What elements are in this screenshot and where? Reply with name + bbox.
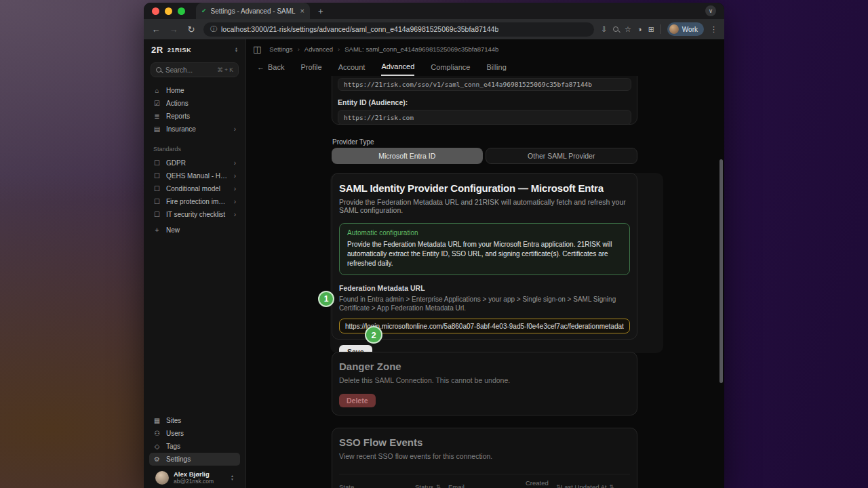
sidebar-item-label: Insurance	[166, 125, 229, 133]
back-icon[interactable]: ←	[151, 24, 161, 35]
entity-id-field[interactable]: https://21risk.com	[338, 110, 631, 125]
back-arrow-icon: ←	[257, 63, 264, 71]
sidebar-item-settings[interactable]: ⚙ Settings	[149, 453, 240, 466]
sidebar-item-home[interactable]: ⌂ Home	[149, 84, 240, 97]
provider-type-segmented: Microsoft Entra ID Other SAML Provider	[332, 148, 637, 164]
sidebar-item-insurance[interactable]: ▤ Insurance ›	[149, 123, 240, 136]
sidebar-item-label: Home	[166, 87, 236, 94]
site-info-icon[interactable]: ⓘ	[210, 24, 217, 34]
insurance-icon: ▤	[153, 125, 161, 133]
org-logo: 2R	[151, 45, 163, 55]
sidebar-item-label: New	[166, 226, 236, 234]
chevron-right-icon: ›	[234, 198, 236, 205]
sidebar-item-fire-protection[interactable]: ☐ Fire protection impairment per... ›	[149, 195, 240, 208]
sidebar-toggle-icon[interactable]: ◫	[253, 44, 261, 54]
sso-flow-events-card: SSO Flow Events View recent SSO flow eve…	[332, 428, 637, 488]
breadcrumb-bar: ◫ Settings › Advanced › SAML: saml_conn_…	[246, 39, 724, 58]
reload-icon[interactable]: ↻	[186, 24, 197, 35]
breadcrumb-item[interactable]: Advanced	[304, 45, 333, 53]
org-switcher[interactable]: 2R 21RISK ▲▼	[144, 39, 245, 60]
acs-url-field[interactable]: https://21risk.com/sso/v1/saml_conn_e414…	[338, 78, 631, 91]
provider-option-other[interactable]: Other SAML Provider	[486, 148, 638, 164]
document-icon: ☐	[153, 159, 161, 167]
chevron-right-icon: ›	[234, 172, 236, 180]
close-window-button[interactable]	[152, 7, 159, 15]
sso-events-subtitle: View recent SSO flow events for this con…	[339, 452, 630, 460]
document-icon: ☐	[153, 172, 161, 180]
sidebar-item-qehs-manual[interactable]: ☐ QEHS Manual - Health & Safety ›	[149, 169, 240, 182]
minimize-window-button[interactable]	[165, 7, 172, 15]
users-icon: ⚇	[153, 430, 161, 437]
user-menu-chevrons-icon: ▲▼	[231, 474, 234, 481]
sidebar-item-label: Settings	[166, 455, 236, 463]
user-avatar	[155, 471, 169, 485]
back-tab[interactable]: ← Back	[257, 58, 284, 76]
privacy-icon[interactable]: ◑	[637, 25, 642, 33]
sidebar-item-reports[interactable]: ≣ Reports	[149, 110, 240, 123]
fullscreen-window-button[interactable]	[178, 7, 185, 15]
new-tab-button[interactable]: +	[318, 6, 323, 16]
browser-tabstrip: ✔ Settings - Advanced - SAML × + ∨	[144, 3, 724, 19]
gear-icon: ⚙	[153, 455, 161, 463]
tab-billing[interactable]: Billing	[486, 58, 506, 76]
column-state: State	[339, 483, 415, 488]
page-scrollbar[interactable]	[719, 159, 723, 383]
federation-metadata-url-input[interactable]	[339, 319, 630, 333]
forward-icon[interactable]: →	[168, 24, 179, 35]
tab-account[interactable]: Account	[338, 58, 366, 76]
sort-icon: ⇅	[610, 484, 614, 488]
column-last-updated-at[interactable]: Last Updated At ⇅	[561, 483, 630, 488]
sidebar-bottom-nav: ▦ Sites ⚇ Users ◇ Tags ⚙ Settings	[144, 413, 245, 488]
sidebar-item-actions[interactable]: ☑ Actions	[149, 97, 240, 110]
tab-advanced[interactable]: Advanced	[381, 58, 414, 76]
annotation-badge-2: 2	[365, 326, 382, 344]
sidebar-search-input[interactable]: Search... ⌘ + K	[151, 62, 239, 77]
sidebar-item-tags[interactable]: ◇ Tags	[149, 440, 240, 453]
sidebar-item-sites[interactable]: ▦ Sites	[149, 414, 240, 427]
sidebar-item-new-standard[interactable]: + New	[149, 224, 240, 237]
provider-option-entra[interactable]: Microsoft Entra ID	[332, 148, 483, 164]
lens-search-icon[interactable]	[613, 26, 618, 32]
toolbar-right: ⇩ ☆ ◑ ⊞ Work ⋮	[601, 22, 717, 36]
window-controls	[144, 7, 192, 15]
tags-icon: ◇	[153, 443, 161, 450]
sidebar-item-label: Sites	[166, 417, 236, 424]
tab-close-icon[interactable]: ×	[300, 7, 304, 15]
tab-search-button[interactable]: ∨	[705, 5, 716, 16]
org-switcher-chevrons-icon: ▲▼	[235, 47, 238, 53]
sidebar-item-label: Conditional model	[166, 185, 229, 192]
sidebar-item-gdpr[interactable]: ☐ GDPR ›	[149, 157, 240, 169]
entity-id-label: Entity ID (Audience):	[338, 98, 631, 106]
idp-card-subtitle: Provide the Federation Metadata URL and …	[339, 198, 630, 214]
sidebar-item-conditional-model[interactable]: ☐ Conditional model ›	[149, 182, 240, 195]
user-name: Alex Bjørlig	[174, 470, 226, 478]
favicon-icon: ✔	[201, 8, 207, 14]
send-to-device-icon[interactable]: ⇩	[601, 25, 607, 34]
org-name: 21RISK	[167, 46, 231, 54]
sidebar-item-users[interactable]: ⚇ Users	[149, 427, 240, 440]
bookmark-star-icon[interactable]: ☆	[625, 25, 631, 34]
extensions-icon[interactable]: ⊞	[648, 25, 654, 34]
browser-profile-chip[interactable]: Work	[667, 22, 704, 36]
user-menu[interactable]: Alex Bjørlig ab@21risk.com ▲▼	[152, 468, 237, 487]
address-bar[interactable]: ⓘ localhost:3000/21-risk/settings/advanc…	[203, 22, 594, 37]
delete-button[interactable]: Delete	[339, 394, 376, 407]
column-created-at[interactable]: Created At ⇅	[526, 479, 561, 488]
sort-icon: ⇅	[436, 484, 441, 488]
breadcrumb-item[interactable]: Settings	[269, 45, 292, 53]
sso-events-table-header: State Status ⇅ Email Created At ⇅	[339, 474, 630, 488]
tab-compliance[interactable]: Compliance	[431, 58, 470, 76]
sidebar-item-label: QEHS Manual - Health & Safety	[166, 172, 229, 180]
sidebar-item-it-security[interactable]: ☐ IT security checklist ›	[149, 208, 240, 221]
breadcrumb-separator: ›	[298, 45, 300, 53]
document-icon: ☐	[153, 185, 161, 192]
browser-tab[interactable]: ✔ Settings - Advanced - SAML ×	[196, 3, 310, 19]
annotation-badge-1: 1	[318, 291, 334, 307]
app-sidebar: 2R 21RISK ▲▼ Search... ⌘ + K ⌂ Home ☑ Ac…	[144, 39, 246, 488]
danger-zone-subtitle: Delete this SAML Connection. This cannot…	[339, 376, 630, 384]
search-shortcut: ⌘ + K	[217, 66, 233, 73]
tab-profile[interactable]: Profile	[300, 58, 321, 76]
column-status[interactable]: Status ⇅	[415, 483, 448, 488]
search-placeholder: Search...	[165, 66, 213, 74]
browser-menu-icon[interactable]: ⋮	[710, 25, 717, 34]
